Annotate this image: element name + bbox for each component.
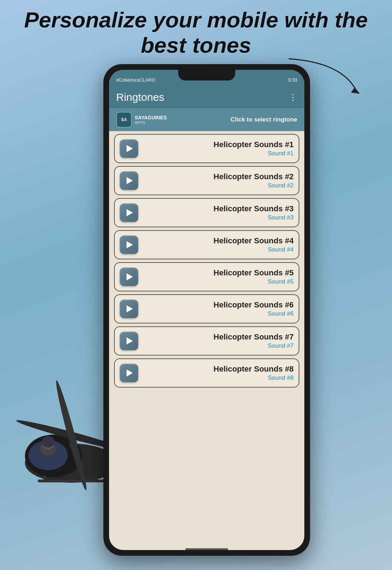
brand-name: SAYAGUINES [135,115,167,120]
sound-subtitle-1: Sound #1 [143,150,294,157]
sound-subtitle-8: Sound #8 [143,374,294,382]
brand-bar: SA SAYAGUINES APPS Click to select ringt… [109,108,304,131]
app-title: Ringtones [116,91,164,103]
play-button-1[interactable] [120,139,138,158]
sound-item-3[interactable]: Helicopter Sounds #3 Sound #3 [114,198,299,227]
sound-subtitle-4: Sound #4 [143,246,294,253]
brand-subtitle: APPS [135,120,167,125]
play-icon-5 [127,273,133,280]
brand-initials: SA [121,117,127,122]
sound-title-3: Helicopter Sounds #3 [143,204,294,213]
phone-screen: #CoberturaCLARO 9:33 Ringtones ⋮ SA SAYA… [109,70,304,550]
sound-info-5: Helicopter Sounds #5 Sound #5 [143,268,294,285]
time-display: 9:33 [288,77,297,83]
app-header: Ringtones ⋮ [109,87,304,108]
phone-notch [178,70,235,81]
sound-info-6: Helicopter Sounds #6 Sound #6 [143,300,294,317]
play-button-2[interactable] [120,171,138,190]
sound-title-4: Helicopter Sounds #4 [143,236,294,245]
sound-item-8[interactable]: Helicopter Sounds #8 Sound #8 [114,358,299,388]
brand-logo: SA SAYAGUINES APPS [116,112,167,128]
phone-frame: #CoberturaCLARO 9:33 Ringtones ⋮ SA SAYA… [103,64,310,556]
sound-subtitle-6: Sound #6 [143,310,294,317]
play-icon-4 [127,241,133,248]
sound-item-4[interactable]: Helicopter Sounds #4 Sound #4 [114,230,299,259]
sound-info-2: Helicopter Sounds #2 Sound #2 [143,172,294,189]
svg-point-14 [42,436,55,447]
sound-item-6[interactable]: Helicopter Sounds #6 Sound #6 [114,294,299,323]
sound-item-7[interactable]: Helicopter Sounds #7 Sound #7 [114,326,299,356]
play-icon-1 [127,145,133,152]
play-button-5[interactable] [120,268,138,286]
brand-text: SAYAGUINES APPS [135,115,167,125]
play-button-7[interactable] [120,332,138,350]
sound-item-1[interactable]: Helicopter Sounds #1 Sound #1 [114,134,299,163]
play-icon-3 [127,209,133,216]
home-indicator [185,548,228,550]
sound-title-6: Helicopter Sounds #6 [143,300,294,310]
sound-info-7: Helicopter Sounds #7 Sound #7 [143,332,294,349]
play-button-3[interactable] [120,203,138,222]
sound-title-5: Helicopter Sounds #5 [143,268,294,278]
play-icon-2 [127,177,133,184]
play-icon-8 [127,369,133,377]
status-right: 9:33 [288,77,297,83]
brand-icon: SA [116,112,132,128]
play-button-6[interactable] [120,300,138,318]
sound-info-8: Helicopter Sounds #8 Sound #8 [143,364,294,382]
sound-subtitle-7: Sound #7 [143,342,294,349]
sound-title-2: Helicopter Sounds #2 [143,172,294,181]
sound-list: Helicopter Sounds #1 Sound #1 Helicopter… [109,131,304,550]
sound-info-3: Helicopter Sounds #3 Sound #3 [143,204,294,221]
sound-item-5[interactable]: Helicopter Sounds #5 Sound #5 [114,262,299,291]
play-icon-7 [127,337,133,344]
play-button-4[interactable] [120,235,138,254]
carrier-label: #CoberturaCLARO [116,77,155,83]
sound-title-1: Helicopter Sounds #1 [143,140,294,149]
sound-subtitle-5: Sound #5 [143,278,294,285]
play-icon-6 [127,305,133,312]
sound-title-7: Helicopter Sounds #7 [143,332,294,342]
sound-item-2[interactable]: Helicopter Sounds #2 Sound #2 [114,166,299,195]
click-to-select-label: Click to select ringtone [231,116,297,123]
sound-subtitle-2: Sound #2 [143,182,294,189]
sound-info-1: Helicopter Sounds #1 Sound #1 [143,140,294,157]
sound-title-8: Helicopter Sounds #8 [143,364,294,374]
play-button-8[interactable] [120,364,138,382]
sound-subtitle-3: Sound #3 [143,214,294,221]
menu-button[interactable]: ⋮ [289,92,297,102]
page-headline: Personalize your mobile with the best to… [4,7,388,58]
sound-info-4: Helicopter Sounds #4 Sound #4 [143,236,294,253]
